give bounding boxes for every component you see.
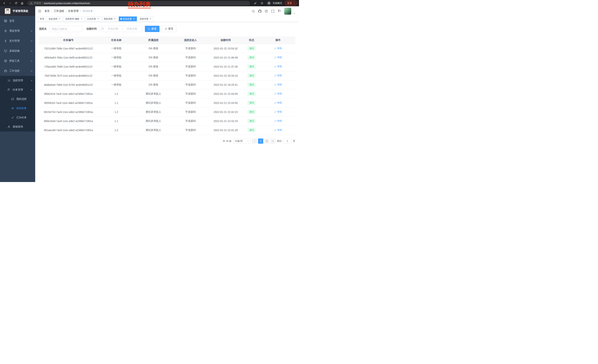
page-size-select[interactable]: 10条/页 <box>233 138 250 144</box>
tab-流程表单-编辑[interactable]: 流程表单-编辑 × <box>64 16 84 21</box>
app-logo[interactable]: 芋道管理系统 <box>0 6 35 16</box>
sidebar-collapse-icon[interactable] <box>38 9 42 13</box>
security-label[interactable]: 不安全 <box>34 1 41 5</box>
end-date-placeholder[interactable]: 结束日期 <box>124 27 140 31</box>
font-size-icon[interactable]: TT <box>278 10 281 13</box>
tab-发起流程[interactable]: 发起流程 × <box>47 16 63 21</box>
created-time-cell: 2022-01-21 22:43:55 <box>209 98 242 107</box>
app-title: 芋道管理系统 <box>13 9 28 13</box>
sidebar-item-my-process[interactable]: 我的流程 <box>0 94 35 104</box>
goto-page-input[interactable] <box>283 138 291 144</box>
approve-link[interactable]: 审批 <box>274 65 282 68</box>
task-name-cell: 1.2 <box>98 89 135 98</box>
breadcrumb-item[interactable]: 首页 <box>44 9 50 13</box>
search-icon[interactable] <box>252 10 255 13</box>
status-badge: 激活 <box>248 46 256 50</box>
approve-link[interactable]: 审批 <box>274 101 282 105</box>
initiator-cell: 芋道源码 <box>172 71 209 80</box>
browser-home-icon[interactable] <box>20 1 25 6</box>
goto-label: 前往 <box>277 139 282 143</box>
page-button-2[interactable]: 2 <box>264 138 269 144</box>
sidebar-item-done-task[interactable]: 已办任务 <box>0 113 35 122</box>
main-area: 首页/工作流程/任务管理/待办任务 TT <box>35 6 299 182</box>
process-cell: OA 请假 <box>135 53 172 62</box>
breadcrumb-item[interactable]: 任务管理 <box>68 9 79 13</box>
approve-link[interactable]: 审批 <box>274 128 282 132</box>
approve-link[interactable]: 审批 <box>274 92 282 95</box>
tab-close-icon[interactable]: × <box>80 18 83 20</box>
update-button[interactable]: 更新 ⋮ <box>285 1 297 6</box>
approve-link[interactable]: 审批 <box>274 47 282 50</box>
chevron-up-icon <box>31 70 33 72</box>
approve-link[interactable]: 审批 <box>274 74 282 77</box>
sidebar-item-process-management[interactable]: 流程管理 <box>0 76 35 85</box>
create-time-range-picker[interactable]: 开始日期 - 结束日期 <box>99 26 142 32</box>
sidebar-item-workflow[interactable]: 工作流程 <box>0 66 35 76</box>
tab-我的流程[interactable]: 我的流程 × <box>102 16 118 21</box>
table-row: 73211d9d-7b9b-11ec-b5b7-acde48001122 一级审… <box>39 44 295 53</box>
sidebar-item-leave-query[interactable]: 请假查询 <box>0 122 35 131</box>
table-row: 381aa1dd-7ac8-11ec-a9e2-a2380e71991a 1.2… <box>39 126 295 135</box>
page-button-1[interactable]: 1 <box>258 138 263 144</box>
tab-已办任务[interactable]: 已办任务 × <box>85 16 101 21</box>
browser-forward-icon[interactable] <box>8 1 13 6</box>
tab-close-icon[interactable]: × <box>114 18 116 20</box>
sidebar-menu: 首页 系统管理 支付管理 基础设施 研发工具 工作流程 流程管理 任务管理 我的… <box>0 16 35 182</box>
search-button[interactable]: 搜索 <box>145 26 159 32</box>
sidebar-item-dev-tools[interactable]: 研发工具 <box>0 56 35 66</box>
browser-menu-icon[interactable]: ⋮ <box>293 1 296 5</box>
sidebar-item-infrastructure[interactable]: 基础设施 <box>0 46 35 56</box>
pagination-prev-button[interactable]: ‹ <box>252 138 257 144</box>
breadcrumb-item[interactable]: 工作流程 <box>54 9 64 13</box>
status-badge: 激活 <box>248 55 256 60</box>
edit-icon <box>274 120 277 122</box>
calendar-icon <box>101 28 104 30</box>
tab-close-icon[interactable]: × <box>58 18 61 20</box>
password-key-icon[interactable] <box>253 1 258 6</box>
sidebar-item-home[interactable]: 首页 <box>0 16 35 26</box>
range-separator: - <box>122 27 123 30</box>
incognito-icon <box>267 1 271 5</box>
pagination-next-button[interactable]: › <box>270 138 275 144</box>
sidebar: 芋道管理系统 首页 系统管理 支付管理 基础设施 研发工具 工作流程 流程管理 … <box>0 6 35 182</box>
tab-首页[interactable]: 首页 <box>38 16 46 21</box>
create-time-label: 创建时间 <box>86 27 97 31</box>
approve-link[interactable]: 审批 <box>274 110 282 113</box>
tab-流程详情[interactable]: 流程详情 × <box>138 16 154 21</box>
tab-close-icon[interactable]: × <box>133 18 135 20</box>
tab-待办任务[interactable]: 待办任务 × <box>119 16 137 21</box>
approve-link[interactable]: 审批 <box>274 119 282 122</box>
browser-reload-icon[interactable] <box>14 1 18 6</box>
sidebar-item-task-management[interactable]: 任务管理 <box>0 85 35 94</box>
dashboard-icon <box>4 19 7 22</box>
insecure-warning-icon <box>30 2 33 4</box>
help-icon[interactable] <box>265 10 268 13</box>
task-name-cell: 1.1 <box>98 116 135 126</box>
task-id-cell: 725a1eb6-7b88-11ec-8ef0-acde48001122 <box>39 62 98 71</box>
column-header: 状态 <box>242 36 261 44</box>
start-date-placeholder[interactable]: 开始日期 <box>105 27 121 31</box>
avatar-caret-icon[interactable] <box>293 12 295 15</box>
sidebar-item-payment-management[interactable]: 支付管理 <box>0 36 35 46</box>
status-badge: 激活 <box>248 128 256 132</box>
sidebar-item-system-management[interactable]: 系统管理 <box>0 26 35 36</box>
tab-close-icon[interactable]: × <box>97 18 100 20</box>
approve-link[interactable]: 审批 <box>274 83 282 86</box>
flag-icon <box>8 88 10 91</box>
goto-unit-label: 页 <box>293 139 295 143</box>
reset-button[interactable]: 重置 <box>162 26 176 32</box>
browser-back-icon[interactable] <box>2 1 7 6</box>
check-icon <box>11 116 14 119</box>
user-avatar[interactable] <box>284 8 291 15</box>
table-row: 069c6a63-7b8a-11ec-8ef0-acde48001122 一级审… <box>39 53 295 62</box>
tab-close-icon[interactable]: × <box>149 18 152 20</box>
approve-link[interactable]: 审批 <box>274 56 282 59</box>
chevron-up-icon <box>31 89 33 91</box>
bookmark-star-icon[interactable] <box>259 1 264 6</box>
sidebar-item-todo-task[interactable]: 待办任务 <box>0 104 35 113</box>
page-buttons: 12 <box>258 138 269 144</box>
created-time-cell: 2022-01-22 23:53:32 <box>209 44 242 53</box>
github-icon[interactable] <box>258 10 261 13</box>
process-name-input[interactable] <box>49 26 83 32</box>
fullscreen-icon[interactable] <box>271 10 274 13</box>
